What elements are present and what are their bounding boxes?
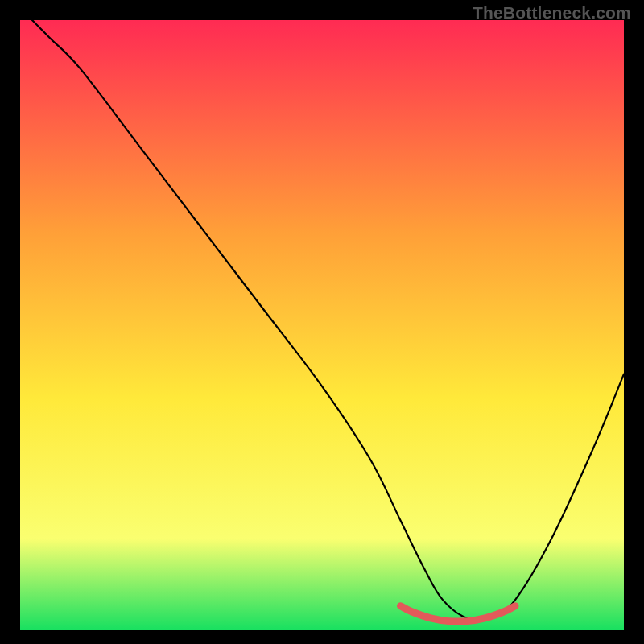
chart-plot xyxy=(20,20,624,630)
watermark-text: TheBottleneck.com xyxy=(473,3,631,23)
chart-frame xyxy=(20,20,624,630)
chart-background xyxy=(20,20,624,630)
